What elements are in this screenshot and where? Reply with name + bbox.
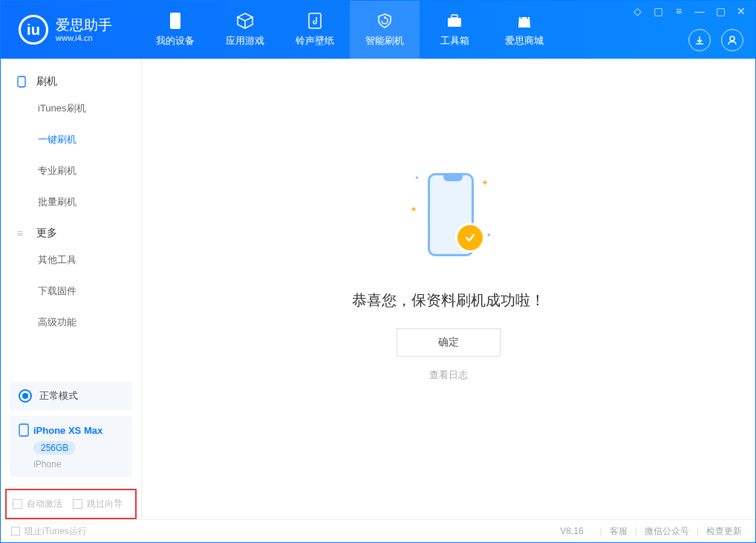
main-tabs: 我的设备 应用游戏 铃声壁纸 智能刷机 工具箱 爱思商城 — [140, 1, 559, 59]
list-icon: ≡ — [17, 227, 29, 239]
window-controls: ◇ ▢ ≡ — ▢ ✕ — [630, 5, 748, 17]
sparkle-icon: ✦ — [410, 204, 417, 215]
shopping-bag-icon — [515, 12, 533, 30]
footer-link-check-update[interactable]: 检查更新 — [706, 525, 742, 538]
toolbox-icon — [446, 12, 463, 30]
mode-label: 正常模式 — [39, 389, 78, 403]
result-message: 恭喜您，保资料刷机成功啦！ — [352, 290, 545, 310]
logo-icon: iu — [19, 15, 48, 45]
checkbox-block-itunes[interactable]: 阻止iTunes运行 — [11, 525, 87, 538]
app-logo: iu 爱思助手 www.i4.cn — [1, 15, 127, 45]
download-button[interactable] — [688, 29, 711, 51]
device-type: iPhone — [33, 459, 123, 469]
tab-toolbox[interactable]: 工具箱 — [420, 1, 489, 59]
svg-rect-0 — [170, 13, 180, 29]
device-name: iPhone XS Max — [33, 425, 102, 436]
app-version: V8.16 — [560, 526, 583, 536]
music-note-icon — [306, 12, 324, 30]
checkbox-icon — [73, 499, 82, 509]
device-capacity: 256GB — [33, 441, 76, 455]
success-check-icon — [457, 225, 483, 250]
app-header: iu 爱思助手 www.i4.cn 我的设备 应用游戏 铃声壁纸 智能刷机 工具… — [1, 1, 755, 59]
footer-link-wechat[interactable]: 微信公众号 — [645, 525, 689, 538]
checkbox-icon — [13, 499, 22, 509]
user-button[interactable] — [721, 29, 743, 51]
sidebar-item-download-firmware[interactable]: 下载固件 — [1, 276, 141, 307]
menu-icon[interactable]: ≡ — [672, 5, 685, 17]
sidebar-item-oneclick-flash[interactable]: 一键刷机 — [1, 124, 141, 155]
sparkle-icon: ✦ — [481, 178, 489, 188]
view-log-link[interactable]: 查看日志 — [429, 368, 468, 382]
checkbox-icon — [11, 527, 20, 536]
device-phone-icon — [19, 423, 29, 437]
minimize-button[interactable]: — — [693, 5, 706, 17]
device-mode[interactable]: 正常模式 — [10, 382, 132, 410]
feedback-icon[interactable]: ▢ — [651, 5, 665, 17]
success-illustration: ✦ ✦ ✦ ✦ — [404, 167, 493, 271]
phone-outline-icon — [17, 76, 29, 88]
main-content: ✦ ✦ ✦ ✦ 恭喜您，保资料刷机成功啦！ 确定 查看日志 — [142, 59, 755, 519]
maximize-button[interactable]: ▢ — [714, 5, 727, 17]
flash-options-highlight: 自动激活 跳过向导 — [5, 489, 137, 519]
svg-rect-6 — [19, 424, 28, 436]
checkbox-skip-guide[interactable]: 跳过向导 — [73, 498, 123, 510]
app-url: www.i4.cn — [56, 33, 112, 43]
svg-rect-5 — [18, 77, 25, 87]
tab-apps-games[interactable]: 应用游戏 — [210, 1, 280, 59]
cube-icon — [236, 12, 254, 30]
sidebar-group-flash: 刷机 — [1, 66, 141, 93]
tab-ringtones-wallpapers[interactable]: 铃声壁纸 — [280, 1, 350, 59]
sidebar-item-batch-flash[interactable]: 批量刷机 — [1, 186, 141, 218]
sparkle-icon: ✦ — [414, 175, 420, 181]
status-bar: 阻止iTunes运行 V8.16 | 客服 | 微信公众号 | 检查更新 — [1, 519, 755, 542]
svg-rect-2 — [448, 18, 461, 27]
sidebar-item-itunes-flash[interactable]: iTunes刷机 — [1, 93, 141, 124]
footer-link-support[interactable]: 客服 — [610, 525, 628, 538]
refresh-shield-icon — [376, 12, 394, 30]
sidebar: 刷机 iTunes刷机 一键刷机 专业刷机 批量刷机 ≡ 更多 其他工具 下载固… — [1, 59, 142, 519]
phone-icon — [166, 12, 184, 30]
svg-point-4 — [730, 36, 734, 41]
sparkle-icon: ✦ — [486, 232, 492, 238]
ok-button[interactable]: 确定 — [397, 328, 501, 357]
sidebar-group-more: ≡ 更多 — [1, 218, 141, 244]
close-button[interactable]: ✕ — [734, 5, 748, 17]
skin-icon[interactable]: ◇ — [630, 5, 644, 17]
mode-indicator-icon — [19, 389, 32, 403]
tab-store[interactable]: 爱思商城 — [489, 1, 559, 59]
sidebar-item-other-tools[interactable]: 其他工具 — [1, 244, 141, 276]
tab-smart-flash[interactable]: 智能刷机 — [350, 1, 420, 59]
checkbox-auto-activate[interactable]: 自动激活 — [13, 498, 62, 510]
app-name: 爱思助手 — [56, 17, 112, 33]
flash-result: ✦ ✦ ✦ ✦ 恭喜您，保资料刷机成功啦！ 确定 查看日志 — [352, 167, 545, 382]
tab-my-device[interactable]: 我的设备 — [140, 1, 210, 59]
sidebar-item-pro-flash[interactable]: 专业刷机 — [1, 155, 141, 186]
device-card[interactable]: iPhone XS Max 256GB iPhone — [10, 416, 132, 477]
svg-rect-3 — [452, 15, 457, 18]
sidebar-item-advanced[interactable]: 高级功能 — [1, 307, 141, 338]
